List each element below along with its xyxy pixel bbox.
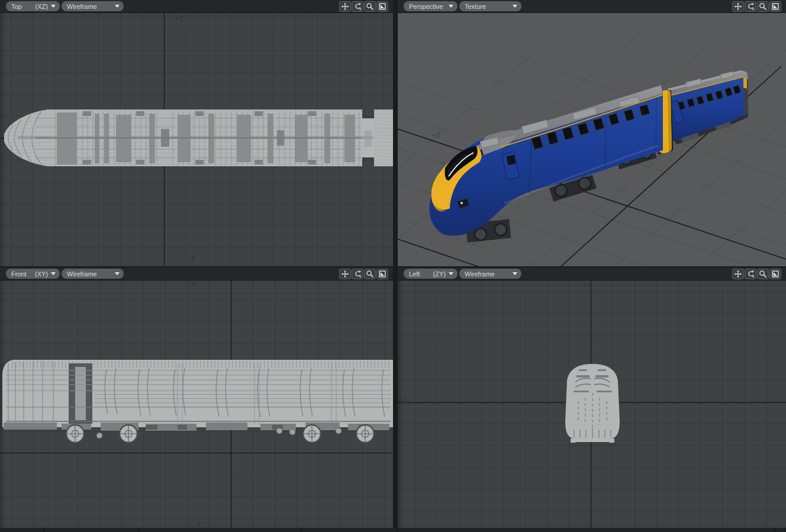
render-mode-dropdown[interactable]: Texture <box>459 1 521 11</box>
zoom-icon <box>759 270 767 278</box>
viewport-perspective-canvas[interactable]: +Z <box>398 13 786 266</box>
maximize-icon <box>771 270 779 278</box>
chevron-down-icon <box>115 272 120 275</box>
maximize-icon <box>378 270 386 278</box>
view-name-label: Top <box>11 3 22 10</box>
viewport-front-header: Front (XY) Wireframe <box>0 267 393 280</box>
pan-tool-button[interactable] <box>339 1 351 12</box>
view-axes-label: (ZY) <box>433 270 446 278</box>
chevron-down-icon <box>513 5 517 8</box>
train-model-perspective <box>398 13 786 266</box>
render-mode-label: Wireframe <box>67 270 97 278</box>
viewport-left-canvas[interactable]: +Y -Y +Z <box>398 280 786 528</box>
orbit-icon <box>353 2 362 11</box>
zoom-tool-button[interactable] <box>364 1 376 12</box>
viewport-splitter-vertical[interactable] <box>393 0 398 528</box>
viewport-perspective-header: Perspective Texture <box>398 0 786 13</box>
maximize-viewport-button[interactable] <box>769 269 781 279</box>
viewport-left-header: Left (ZY) Wireframe <box>398 267 786 280</box>
render-mode-label: Wireframe <box>67 3 97 10</box>
view-axes-label: (XZ) <box>36 3 48 10</box>
chevron-down-icon <box>115 5 120 8</box>
pan-icon <box>341 2 349 11</box>
zoom-icon <box>366 270 374 278</box>
zoom-tool-button[interactable] <box>757 1 769 12</box>
maximize-icon <box>771 2 779 11</box>
zoom-tool-button[interactable] <box>364 269 376 279</box>
axis-label-minus-z: -Z <box>188 255 195 262</box>
train-wireframe-side-view <box>0 280 393 528</box>
maximize-icon <box>378 2 386 11</box>
viewport-splitter-horizontal[interactable] <box>0 266 786 267</box>
pan-icon <box>734 270 742 278</box>
orbit-icon <box>746 2 755 11</box>
orbit-icon <box>746 270 755 278</box>
pan-tool-button[interactable] <box>339 269 351 279</box>
render-mode-label: Texture <box>465 3 486 10</box>
pan-tool-button[interactable] <box>732 1 744 12</box>
bottom-edge-bar <box>0 528 786 532</box>
axis-label-minus-y: -Y <box>585 521 592 528</box>
viewport-tools <box>732 1 781 12</box>
viewport-perspective: Perspective Texture <box>398 0 786 266</box>
train-wireframe-front-profile <box>398 280 786 528</box>
orbit-tool-button[interactable] <box>352 269 363 279</box>
viewport-tools <box>339 1 388 12</box>
render-mode-label: Wireframe <box>465 270 495 278</box>
render-mode-dropdown[interactable]: Wireframe <box>62 269 124 279</box>
view-name-label: Left <box>409 270 420 278</box>
bottom-bar-segment <box>398 528 775 532</box>
viewport-tools <box>732 269 781 279</box>
view-axes-label: (XY) <box>35 270 48 278</box>
modeling-app-window: Top (XZ) Wireframe <box>0 0 786 532</box>
pan-icon <box>734 2 742 11</box>
pan-tool-button[interactable] <box>732 269 744 279</box>
zoom-icon <box>366 2 374 11</box>
train-wireframe-top-view <box>0 13 393 266</box>
axis-label-minus-y: -Y <box>194 520 202 527</box>
chevron-down-icon <box>51 5 56 8</box>
orbit-tool-button[interactable] <box>745 269 756 279</box>
render-mode-dropdown[interactable]: Wireframe <box>459 269 521 279</box>
orbit-icon <box>353 270 362 278</box>
orbit-tool-button[interactable] <box>745 1 756 12</box>
axis-label-plus-y: +Y <box>187 281 196 288</box>
maximize-viewport-button[interactable] <box>376 269 388 279</box>
zoom-tool-button[interactable] <box>757 269 769 279</box>
bottom-bar-segment <box>139 528 302 532</box>
bottom-bar-segment <box>302 528 398 532</box>
viewport-front-canvas[interactable]: +Y -Y <box>0 280 393 528</box>
viewport-tools <box>339 269 388 279</box>
view-selector-dropdown[interactable]: Front (XY) <box>6 269 60 279</box>
maximize-viewport-button[interactable] <box>376 1 388 12</box>
chevron-down-icon <box>51 272 56 275</box>
bottom-bar-segment <box>0 528 44 532</box>
viewport-left: Left (ZY) Wireframe <box>398 267 786 528</box>
viewport-front: Front (XY) Wireframe <box>0 267 393 528</box>
axis-label-plus-z: +Z <box>398 397 407 404</box>
viewport-top: Top (XZ) Wireframe <box>0 0 393 266</box>
viewport-top-header: Top (XZ) Wireframe <box>0 0 393 13</box>
axis-label-plus-z: +Z <box>175 15 184 22</box>
viewport-top-canvas[interactable]: +Z -Z <box>0 13 393 266</box>
pan-icon <box>341 270 349 278</box>
chevron-down-icon <box>513 272 517 275</box>
bottom-bar-segment <box>775 528 786 532</box>
axis-label-plus-y: +Y <box>583 280 592 288</box>
view-selector-dropdown[interactable]: Left (ZY) <box>404 269 458 279</box>
maximize-viewport-button[interactable] <box>769 1 781 12</box>
chevron-down-icon <box>449 5 453 8</box>
bottom-bar-segment <box>44 528 139 532</box>
render-mode-dropdown[interactable]: Wireframe <box>62 1 124 11</box>
view-name-label: Front <box>11 270 27 278</box>
view-name-label: Perspective <box>409 3 443 10</box>
view-selector-dropdown[interactable]: Perspective <box>404 1 458 11</box>
view-selector-dropdown[interactable]: Top (XZ) <box>6 1 60 11</box>
axis-label-plus-z: +Z <box>432 131 441 138</box>
orbit-tool-button[interactable] <box>352 1 363 12</box>
zoom-icon <box>759 2 767 11</box>
chevron-down-icon <box>449 272 453 275</box>
